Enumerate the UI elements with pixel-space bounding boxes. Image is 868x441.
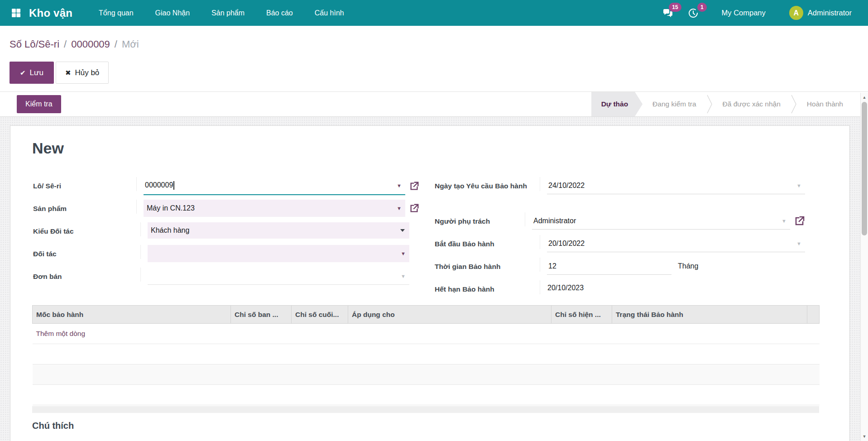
table-row	[33, 385, 820, 405]
column-header-initial-index[interactable]: Chỉ số ban ...	[231, 306, 292, 324]
user-name: Administrator	[808, 9, 852, 17]
check-icon: ✔	[20, 69, 26, 77]
add-a-line-link[interactable]: Thêm một dòng	[36, 330, 86, 337]
check-action-button[interactable]: Kiểm tra	[17, 95, 61, 113]
dropdown-caret-icon[interactable]: ▼	[796, 183, 801, 188]
user-menu[interactable]: A Administrator	[789, 6, 852, 20]
warranty-duration-input[interactable]: 12	[547, 258, 671, 275]
x-icon: ✖	[65, 69, 71, 77]
warranty-expiry-value: 20/10/2023	[547, 280, 584, 292]
dropdown-caret-icon[interactable]: ▼	[796, 241, 801, 246]
column-header-milestone[interactable]: Mốc bảo hành	[33, 306, 231, 324]
notes-section-label: Chú thích	[32, 421, 829, 431]
sale-order-field[interactable]: ▼	[148, 268, 409, 285]
external-link-icon[interactable]	[409, 181, 419, 191]
breadcrumb-separator: /	[64, 38, 67, 50]
dropdown-caret-icon[interactable]: ▼	[782, 218, 786, 224]
menu-san-pham[interactable]: Sản phẩm	[201, 0, 255, 26]
activities-badge: 1	[697, 3, 707, 12]
save-button[interactable]: ✔ Lưu	[10, 62, 54, 84]
dropdown-caret-icon[interactable]: ▼	[401, 273, 406, 279]
state-du-thao[interactable]: Dự thảo	[591, 92, 643, 116]
form-view-background: New Lô/ Sê-ri 0000009 ▼	[0, 117, 868, 441]
menu-cau-hinh[interactable]: Cấu hình	[304, 0, 355, 26]
chevron-separator-icon	[791, 92, 797, 116]
top-navbar: Kho vận Tổng quan Giao Nhận Sản phẩm Báo…	[0, 0, 868, 26]
warranty-start-field[interactable]: 20/10/2022 ▼	[547, 235, 805, 252]
menu-bao-cao[interactable]: Báo cáo	[255, 0, 304, 26]
partner-type-select[interactable]: Khách hàng	[148, 222, 409, 239]
dropdown-caret-icon[interactable]: ▼	[401, 251, 406, 256]
apps-grid-icon[interactable]	[9, 6, 23, 20]
partner-field[interactable]: ▼	[148, 245, 409, 262]
form-statusbar: Kiểm tra Dự thảo Đang kiểm tra Đã được x…	[0, 92, 860, 117]
form-sheet: New Lô/ Sê-ri 0000009 ▼	[10, 125, 850, 441]
duration-unit-label: Tháng	[678, 262, 698, 270]
messages-badge: 15	[669, 3, 681, 12]
column-header-actions	[807, 306, 820, 324]
table-row	[33, 344, 820, 364]
field-label-partner: Đối tác	[32, 245, 141, 259]
menu-tong-quan[interactable]: Tổng quan	[88, 0, 144, 26]
breadcrumb: Số Lô/Sê-ri / 0000009 / Mới	[10, 38, 139, 50]
messages-icon[interactable]: 15	[661, 6, 675, 20]
activities-clock-icon[interactable]: 1	[686, 6, 700, 20]
field-label-warranty-expiry: Hết hạn Bảo hành	[434, 280, 540, 294]
product-field[interactable]: Máy in CN.123 ▼	[144, 200, 405, 217]
field-label-warranty-start: Bắt đầu Bảo hành	[434, 235, 540, 249]
field-label-sale-order: Đơn bán	[32, 268, 141, 282]
main-menu: Tổng quan Giao Nhận Sản phẩm Báo cáo Cấu…	[88, 0, 355, 26]
warranty-milestone-table: Mốc bảo hành Chỉ số ban ... Chỉ số cuối.…	[32, 305, 820, 405]
external-link-icon[interactable]	[794, 216, 805, 226]
record-title: New	[32, 139, 829, 157]
column-header-apply-to[interactable]: Áp dụng cho	[348, 306, 551, 324]
systray: 15 1 My Company A Administrator	[661, 6, 862, 20]
status-pipeline: Dự thảo Đang kiểm tra Đã được xác nhận H…	[591, 92, 860, 116]
control-panel: Số Lô/Sê-ri / 0000009 / Mới ✔ Lưu ✖ Hủy …	[0, 26, 868, 92]
column-header-warranty-status[interactable]: Trạng thái Bảo hành	[612, 306, 807, 324]
menu-giao-nhan[interactable]: Giao Nhận	[144, 0, 201, 26]
responsible-field[interactable]: Administrator ▼	[532, 212, 790, 230]
odoo-app-window: Kho vận Tổng quan Giao Nhận Sản phẩm Báo…	[0, 0, 868, 441]
dropdown-caret-icon[interactable]: ▼	[397, 183, 402, 188]
column-header-current-index[interactable]: Chỉ số hiện ...	[551, 306, 612, 324]
field-label-lot-serial: Lô/ Sê-ri	[32, 177, 137, 191]
table-row	[33, 364, 820, 385]
external-link-icon[interactable]	[409, 203, 419, 213]
state-hoan-thanh[interactable]: Hoàn thành	[797, 92, 853, 116]
field-label-request-date: Ngày tạo Yêu cầu Bảo hành	[434, 177, 540, 191]
company-switcher[interactable]: My Company	[722, 9, 766, 17]
dropdown-caret-icon[interactable]: ▼	[397, 206, 402, 211]
field-label-product: Sản phẩm	[32, 200, 137, 214]
form-right-column: Ngày tạo Yêu cầu Bảo hành 24/10/2022 ▼ N…	[434, 177, 805, 303]
breadcrumb-root[interactable]: Số Lô/Sê-ri	[10, 38, 59, 50]
scrollbar-up-arrow[interactable]: ▲	[861, 94, 868, 101]
breadcrumb-current: Mới	[122, 38, 139, 50]
table-row: Thêm một dòng	[33, 324, 820, 344]
breadcrumb-separator: /	[115, 38, 117, 50]
discard-button[interactable]: ✖ Hủy bỏ	[56, 62, 109, 84]
app-brand[interactable]: Kho vận	[29, 7, 72, 19]
text-cursor	[173, 181, 174, 190]
field-label-responsible: Người phụ trách	[434, 212, 525, 226]
chevron-separator-icon	[706, 92, 713, 116]
vertical-scrollbar[interactable]: ▲ ▼	[860, 93, 868, 441]
breadcrumb-record[interactable]: 0000009	[71, 38, 110, 50]
table-footer-bar	[32, 406, 819, 413]
state-da-duoc-xac-nhan[interactable]: Đã được xác nhận	[713, 92, 791, 116]
lot-serial-input[interactable]: 0000009 ▼	[144, 177, 405, 195]
field-label-warranty-duration: Thời gian Bảo hành	[434, 258, 540, 272]
select-arrow-icon	[400, 229, 405, 232]
request-date-field[interactable]: 24/10/2022 ▼	[547, 177, 805, 194]
column-header-final-index[interactable]: Chỉ số cuối...	[292, 306, 348, 324]
form-left-column: Lô/ Sê-ri 0000009 ▼ Sản phẩm	[32, 177, 419, 303]
scrollbar-down-arrow[interactable]: ▼	[861, 433, 868, 440]
state-dang-kiem-tra[interactable]: Đang kiểm tra	[643, 92, 706, 116]
user-avatar: A	[789, 6, 803, 20]
field-label-partner-type: Kiểu Đối tác	[32, 222, 141, 236]
scrollbar-thumb[interactable]	[862, 102, 867, 235]
